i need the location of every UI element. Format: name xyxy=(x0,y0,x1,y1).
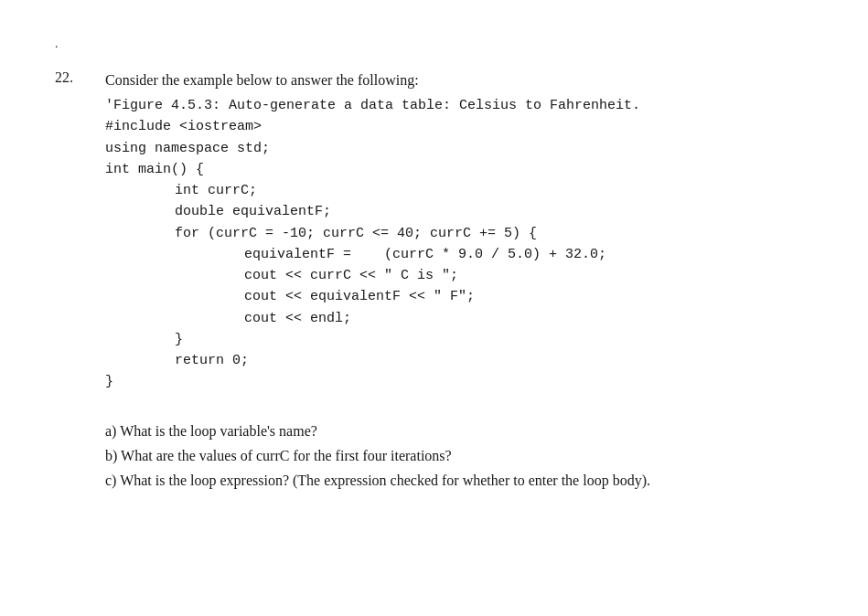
code-line-4: int currC; xyxy=(105,180,813,201)
figure-label-line: 'Figure 4.5.3: Auto-generate a data tabl… xyxy=(105,95,813,116)
code-line-10: cout << endl; xyxy=(105,308,813,329)
question-content: Consider the example below to answer the… xyxy=(105,69,813,493)
question-block: 22. Consider the example below to answer… xyxy=(55,69,813,493)
code-line-11: } xyxy=(105,329,813,350)
code-line-13: } xyxy=(105,371,813,392)
sub-question-c: c) What is the loop expression? (The exp… xyxy=(105,468,813,493)
code-line-3: int main() { xyxy=(105,159,813,180)
sub-question-b: b) What are the values of currC for the … xyxy=(105,443,813,468)
dot-line: . xyxy=(55,37,813,51)
question-intro: Consider the example below to answer the… xyxy=(105,69,813,91)
code-block: 'Figure 4.5.3: Auto-generate a data tabl… xyxy=(105,95,813,393)
code-line-7: equivalentF = (currC * 9.0 / 5.0) + 32.0… xyxy=(105,244,813,265)
code-line-1: #include <iostream> xyxy=(105,116,813,137)
code-line-8: cout << currC << " C is "; xyxy=(105,265,813,286)
code-line-9: cout << equivalentF << " F"; xyxy=(105,286,813,307)
code-line-5: double equivalentF; xyxy=(105,201,813,222)
sub-questions-block: a) What is the loop variable's name? b) … xyxy=(105,419,813,494)
code-line-12: return 0; xyxy=(105,350,813,371)
sub-question-a: a) What is the loop variable's name? xyxy=(105,419,813,443)
dot-text: . xyxy=(55,37,59,50)
page-content: . 22. Consider the example below to answ… xyxy=(55,37,813,493)
question-number: 22. xyxy=(55,69,105,493)
code-line-6: for (currC = -10; currC <= 40; currC += … xyxy=(105,223,813,244)
code-line-2: using namespace std; xyxy=(105,138,813,159)
